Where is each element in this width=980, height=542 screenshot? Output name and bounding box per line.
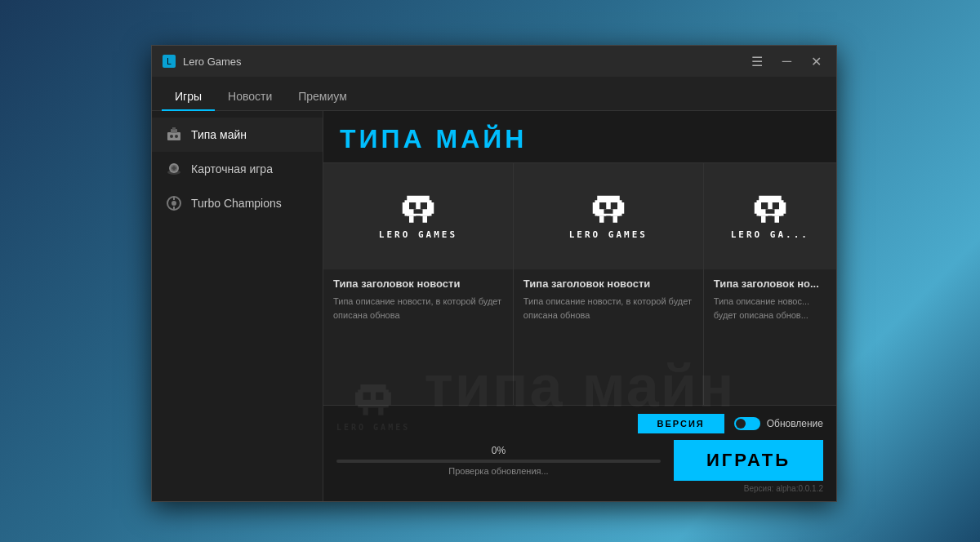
svg-text:L: L [167,57,172,66]
app-icon: L [162,54,176,69]
svg-rect-27 [606,215,611,220]
minimize-button[interactable]: ─ [777,52,796,70]
svg-rect-29 [599,202,606,209]
svg-rect-4 [172,127,176,130]
news-card-2-image: LERO GAMES [514,163,703,269]
version-button[interactable]: ВЕРСИЯ [638,414,724,433]
svg-point-6 [175,135,178,138]
svg-rect-21 [421,202,427,209]
nav-tabs: Игры Новости Премиум [152,77,836,111]
news-card-2[interactable]: LERO GAMES Типа заголовок новости Типа о… [514,163,704,405]
news-card-2-title: Типа заголовок новости [523,278,693,290]
svg-rect-44 [363,407,368,415]
version-label: Версия: alpha:0.0.1.2 [336,484,823,493]
window-controls: ☰ ─ ✕ [746,52,826,71]
svg-rect-35 [761,215,766,222]
toggle-knob [736,419,746,429]
sidebar-item-card[interactable]: Карточная игра [152,152,323,186]
sidebar: Типа майн Карточная игра Turbo [152,111,323,501]
play-button[interactable]: ИГРАТЬ [674,440,823,481]
sidebar-item-turbo[interactable]: Turbo Champions [152,186,323,220]
title-bar: L Lero Games ☰ ─ ✕ [152,46,836,77]
svg-rect-26 [599,215,604,222]
turbo-icon [165,194,183,212]
window-title: Lero Games [183,56,746,68]
svg-rect-46 [363,393,371,400]
news-card-2-desc: Типа описание новости, в которой будет о… [523,295,693,322]
lero-logo-2: LERO GAMES [569,193,648,240]
svg-rect-39 [773,202,779,209]
svg-rect-17 [409,215,414,222]
svg-rect-20 [409,202,416,209]
svg-rect-18 [416,215,421,220]
close-button[interactable]: ✕ [806,52,826,71]
lero-watermark-bottom: LERO GAMES [336,382,410,432]
svg-rect-2 [167,132,180,140]
progress-percent: 0% [492,445,506,456]
update-toggle-area: Обновление [734,417,823,430]
tab-premium[interactable]: Премиум [285,83,360,111]
content-panel: ТИПА МАЙН [323,111,836,501]
mine-icon [165,126,183,144]
lero-text-3: LERO GA... [731,229,809,240]
svg-point-5 [170,135,173,138]
progress-area: 0% Проверка обновления... [336,445,661,476]
game-title: ТИПА МАЙН [323,111,836,162]
skull-icon-1 [400,193,436,229]
svg-rect-28 [612,215,617,222]
progress-bar [336,460,661,463]
sidebar-item-card-label: Карточная игра [191,162,273,175]
menu-button[interactable]: ☰ [746,52,768,71]
svg-rect-45 [378,407,383,415]
skull-icon-2 [590,193,626,229]
svg-rect-43 [355,393,391,406]
news-card-1[interactable]: LERO GAMES Типа заголовок новости Типа о… [323,163,514,405]
card-icon [165,160,183,178]
svg-rect-22 [413,209,422,214]
news-card-3-desc: Типа описание новос...будет описана обно… [714,295,826,322]
svg-point-11 [172,201,176,206]
news-card-2-body: Типа заголовок новости Типа описание нов… [514,269,703,405]
svg-rect-31 [604,209,612,214]
sidebar-item-mine[interactable]: Типа майн [152,118,323,152]
update-toggle-switch[interactable] [734,417,760,430]
news-card-1-title: Типа заголовок новости [333,278,503,290]
svg-rect-38 [761,202,768,209]
news-card-3-image: LERO GA... [704,163,836,269]
svg-rect-47 [376,393,383,400]
progress-status: Проверка обновления... [448,466,548,476]
app-window: L Lero Games ☰ ─ ✕ Игры Новости Премиум [151,45,837,502]
lero-logo-3: LERO GA... [731,193,809,240]
svg-rect-37 [774,215,779,222]
tab-games[interactable]: Игры [162,83,215,111]
news-card-3-body: Типа заголовок но... Типа описание новос… [704,269,836,405]
news-card-3[interactable]: LERO GA... Типа заголовок но... Типа опи… [704,163,836,405]
sidebar-item-turbo-label: Turbo Champions [191,197,282,210]
news-card-3-title: Типа заголовок но... [714,278,826,290]
news-card-1-image: LERO GAMES [323,163,513,269]
lero-logo-1: LERO GAMES [379,193,457,240]
svg-rect-30 [611,202,617,209]
main-content: Типа майн Карточная игра Turbo [152,111,836,501]
update-label: Обновление [767,418,823,429]
news-cards-row: LERO GAMES Типа заголовок новости Типа о… [323,162,836,405]
lero-text-1: LERO GAMES [379,229,457,240]
svg-rect-19 [422,215,427,222]
progress-row: 0% Проверка обновления... ИГРАТЬ [336,440,823,481]
svg-rect-36 [768,215,773,220]
skull-icon-3 [752,193,788,229]
tab-news[interactable]: Новости [215,83,285,111]
svg-rect-40 [765,209,774,214]
news-card-1-desc: Типа описание новости, в которой будет о… [333,295,503,322]
sidebar-item-mine-label: Типа майн [191,128,247,141]
lero-text-2: LERO GAMES [569,229,648,240]
